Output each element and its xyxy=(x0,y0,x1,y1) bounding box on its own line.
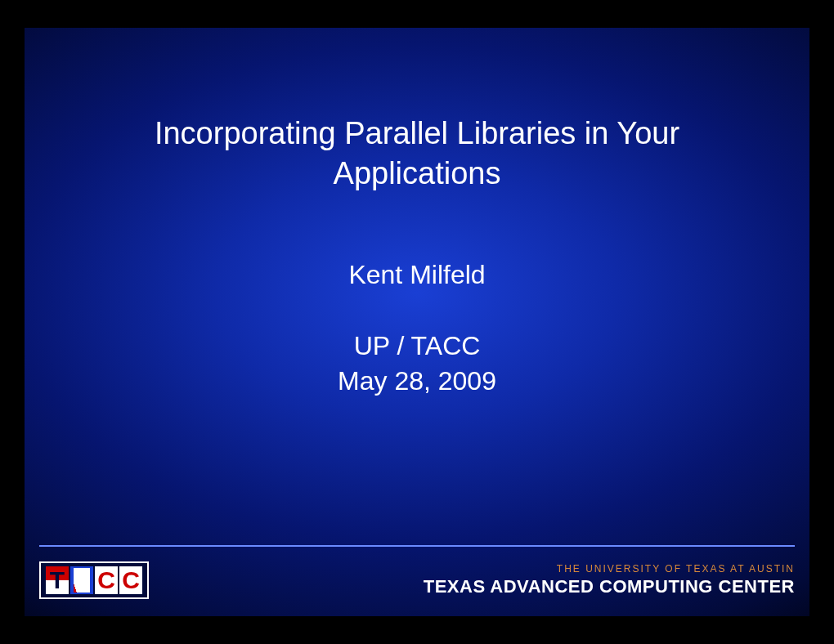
slide-title: Incorporating Parallel Libraries in Your… xyxy=(98,114,736,195)
tacc-logo xyxy=(39,561,149,599)
tacc-badge-icon xyxy=(39,561,149,599)
tacc-letter-a xyxy=(70,566,93,594)
slide-org: UP / TACC xyxy=(354,331,481,361)
slide-content: Incorporating Parallel Libraries in Your… xyxy=(25,28,809,545)
tacc-letter-c xyxy=(119,566,142,594)
slide: Incorporating Parallel Libraries in Your… xyxy=(25,28,809,616)
divider-line xyxy=(39,545,795,547)
slide-footer: THE UNIVERSITY OF TEXAS AT AUSTIN TEXAS … xyxy=(39,553,795,606)
slide-author: Kent Milfeld xyxy=(348,260,485,290)
tacc-letter-c xyxy=(95,566,118,594)
tacc-letter-t xyxy=(46,566,69,594)
center-name: TEXAS ADVANCED COMPUTING CENTER xyxy=(424,576,795,597)
ut-austin-logo: THE UNIVERSITY OF TEXAS AT AUSTIN TEXAS … xyxy=(424,563,795,597)
slide-date: May 28, 2009 xyxy=(338,366,496,396)
university-name: THE UNIVERSITY OF TEXAS AT AUSTIN xyxy=(424,563,795,575)
